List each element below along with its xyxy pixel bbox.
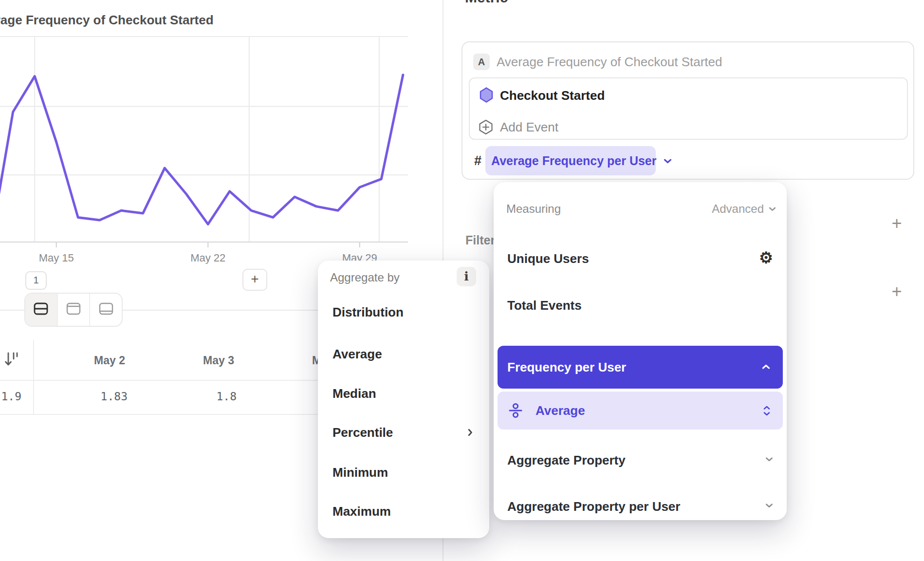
metric-name-placeholder[interactable]: Average Frequency of Checkout Started (497, 55, 722, 69)
chart-title: Average Frequency of Checkout Started (0, 13, 214, 28)
measuring-option-total-events[interactable]: Total Events (494, 294, 787, 317)
event-box: Checkout Started Add Event (469, 77, 908, 140)
event-hexagon-icon (480, 87, 493, 105)
measure-dropdown-pill[interactable]: Average Frequency per User (485, 146, 656, 175)
add-event-button[interactable]: Add Event (500, 120, 558, 134)
aggregate-option-minimum[interactable]: Minimum (318, 461, 489, 484)
info-icon[interactable]: i (457, 267, 476, 286)
analytics-app: Average Frequency of Checkout Started Ma… (0, 0, 924, 561)
aggregate-option-average[interactable]: Average (318, 342, 489, 366)
measuring-option-frequency-per-user-selected[interactable]: Frequency per User (498, 346, 783, 389)
measuring-option-unique-users[interactable]: Unique Users⚙ (494, 247, 787, 270)
chevron-down-icon (769, 206, 776, 211)
metric-card: A Average Frequency of Checkout Started … (462, 41, 914, 180)
x-tick-label: May 22 (181, 252, 235, 264)
measure-prefix: # (474, 153, 481, 168)
add-event-hexagon-plus-icon (478, 119, 494, 137)
add-breakdown-button[interactable]: + (886, 281, 907, 303)
toggle-split-view[interactable] (25, 294, 57, 326)
table-only-icon (98, 300, 114, 319)
advanced-label: Advanced (712, 202, 764, 216)
chevron-up-icon (762, 364, 770, 370)
frequency-aggregation-average-row[interactable]: Average (498, 392, 783, 430)
aggregate-option-distribution[interactable]: Distribution (318, 300, 489, 324)
table-cell-value: 1.9 (0, 390, 21, 403)
chevron-right-icon (467, 429, 473, 436)
table-cell-value: 1.8 (143, 390, 237, 403)
unfold-chevrons-icon (763, 406, 770, 416)
aggregate-option-median[interactable]: Median (318, 382, 489, 405)
chevron-down-icon (664, 158, 672, 164)
toggle-table-only-view[interactable] (89, 294, 122, 326)
selected-option-label: Frequency per User (507, 360, 626, 374)
metric-series-badge[interactable]: A (473, 54, 490, 70)
aggregate-option-maximum[interactable]: Maximum (318, 500, 489, 523)
line-chart-plot[interactable] (0, 29, 414, 253)
view-toggle-group (24, 293, 123, 327)
series-line (0, 75, 403, 238)
aggregate-by-header: Aggregate by (330, 271, 400, 284)
advanced-toggle[interactable]: Advanced (712, 202, 776, 216)
measure-pill-label: Average Frequency per User (491, 154, 657, 168)
chart-only-icon (65, 300, 82, 319)
measuring-menu: Measuring Advanced Unique Users⚙Total Ev… (494, 182, 787, 520)
measuring-header: Measuring (506, 202, 561, 216)
gear-icon[interactable]: ⚙ (759, 246, 773, 269)
average-divide-icon (508, 403, 523, 418)
metric-section-heading: Metric (465, 0, 508, 6)
table-column-border (33, 340, 34, 414)
table-column-header[interactable]: May 3 (143, 354, 234, 367)
split-view-icon (33, 300, 49, 319)
sub-option-label: Average (536, 403, 585, 418)
aggregate-by-menu: Aggregate by i DistributionAverageMedian… (318, 261, 489, 538)
aggregate-option-percentile[interactable]: Percentile (318, 421, 489, 444)
add-filter-button[interactable]: + (886, 213, 907, 235)
add-chart-button[interactable]: + (242, 269, 267, 291)
series-count-badge[interactable]: 1 (25, 271, 47, 290)
event-name[interactable]: Checkout Started (500, 88, 605, 103)
chevron-down-icon (765, 503, 773, 508)
chevron-down-icon (765, 457, 773, 462)
toggle-chart-only-view[interactable] (57, 294, 90, 326)
sort-descending-icon[interactable] (4, 351, 18, 370)
x-tick-label: May 15 (30, 252, 83, 264)
measuring-option-aggregate-property[interactable]: Aggregate Property (494, 449, 787, 472)
measuring-option-aggregate-property-per-user[interactable]: Aggregate Property per User (494, 495, 787, 518)
table-cell-value: 1.83 (34, 390, 128, 403)
table-column-header[interactable]: May 2 (34, 354, 125, 367)
